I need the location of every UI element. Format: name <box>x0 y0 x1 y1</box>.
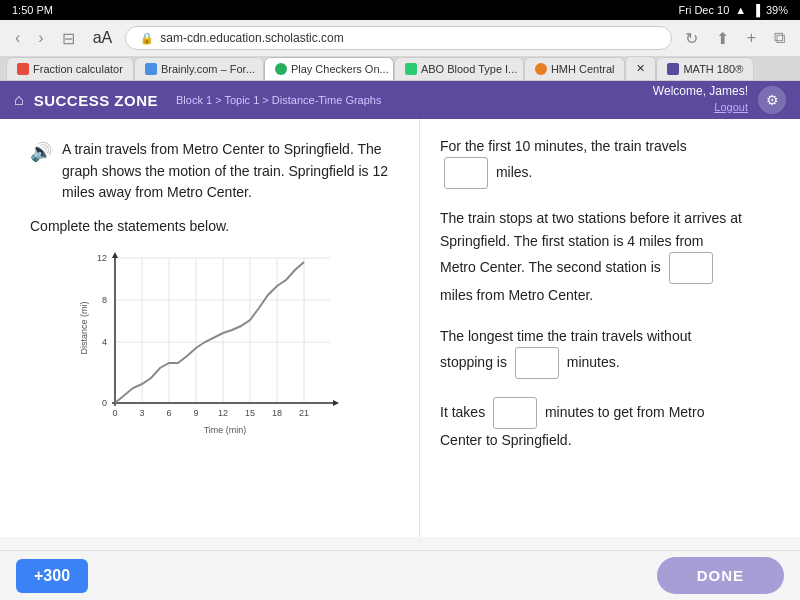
problem-header: 🔊 A train travels from Metro Center to S… <box>30 139 399 204</box>
q3-input-line: stopping is minutes. <box>440 347 780 379</box>
speaker-icon[interactable]: 🔊 <box>30 141 52 163</box>
address-bar[interactable]: 🔒 sam-cdn.education.scholastic.com <box>125 26 671 50</box>
train-path-line <box>115 262 304 403</box>
x-tick-15: 15 <box>244 408 254 418</box>
q1-text-before: For the first 10 minutes, the train trav… <box>440 135 780 157</box>
x-tick-18: 18 <box>271 408 281 418</box>
tab-brainly[interactable]: Brainly.com – For... <box>134 57 264 80</box>
q1-input-line: miles. <box>440 157 780 189</box>
tab-close[interactable]: ✕ <box>625 56 656 80</box>
q3-input[interactable] <box>515 347 559 379</box>
q2-text-after: miles from Metro Center. <box>440 284 780 306</box>
tab-math180[interactable]: MATH 180® <box>656 57 754 80</box>
y-tick-4: 4 <box>101 337 106 347</box>
complete-text: Complete the statements below. <box>30 218 399 234</box>
home-icon[interactable]: ⌂ <box>14 91 24 109</box>
y-tick-0: 0 <box>101 398 106 408</box>
back-button[interactable]: ‹ <box>10 27 25 49</box>
battery-level: 39% <box>766 4 788 16</box>
browser-chrome: ‹ › ⊟ aA 🔒 sam-cdn.education.scholastic.… <box>0 20 800 81</box>
tab-hmh-label: HMH Central <box>551 63 615 75</box>
q3-text-before: The longest time the train travels witho… <box>440 325 780 347</box>
q1-text-after: miles. <box>496 164 533 180</box>
tab-checkers[interactable]: Play Checkers On... <box>264 57 394 80</box>
wifi-icon: ▲ <box>735 4 746 16</box>
done-button[interactable]: DONE <box>657 557 784 594</box>
x-axis-label: Time (min) <box>203 425 246 435</box>
tab-brainly-label: Brainly.com – For... <box>161 63 255 75</box>
question-3: The longest time the train travels witho… <box>440 325 780 379</box>
q4-input[interactable] <box>493 397 537 429</box>
y-axis-label: Distance (mi) <box>79 302 89 355</box>
problem-text: A train travels from Metro Center to Spr… <box>62 139 399 204</box>
question-2: The train stops at two stations before i… <box>440 207 780 306</box>
tab-hmh-icon <box>535 63 547 75</box>
q3-text-after: minutes. <box>567 354 620 370</box>
header-right: Welcome, James! Logout ⚙ <box>653 84 786 115</box>
tab-checkers-icon <box>275 63 287 75</box>
forward-button[interactable]: › <box>33 27 48 49</box>
q2-text: The train stops at two stations before i… <box>440 207 780 252</box>
status-time: 1:50 PM <box>12 4 53 16</box>
y-tick-8: 8 <box>101 295 106 305</box>
tabs-button[interactable]: ⧉ <box>769 27 790 49</box>
url-text: sam-cdn.education.scholastic.com <box>160 31 343 45</box>
y-tick-12: 12 <box>96 253 106 263</box>
app-title: SUCCESS ZONE <box>34 92 158 109</box>
x-tick-9: 9 <box>193 408 198 418</box>
main-content: 🔊 A train travels from Metro Center to S… <box>0 119 800 537</box>
tab-checkers-label: Play Checkers On... <box>291 63 389 75</box>
battery-icon: ▐ <box>752 4 760 16</box>
logout-link[interactable]: Logout <box>714 101 748 113</box>
tabs-bar: Fraction calculator Brainly.com – For...… <box>0 56 800 80</box>
tab-abo-label: ABO Blood Type I... <box>421 63 517 75</box>
graph-container: 0 4 8 12 0 3 6 9 12 15 18 21 Time (min) … <box>75 248 355 452</box>
refresh-button[interactable]: ↻ <box>680 27 703 50</box>
q4-text-after: minutes to get from Metro <box>545 404 705 420</box>
close-icon: ✕ <box>636 62 645 75</box>
tab-fraction-label: Fraction calculator <box>33 63 123 75</box>
question-4: It takes minutes to get from Metro Cente… <box>440 397 780 451</box>
left-panel: 🔊 A train travels from Metro Center to S… <box>0 119 420 537</box>
q4-text-end: Center to Springfield. <box>440 429 780 451</box>
tab-math180-label: MATH 180® <box>683 63 743 75</box>
breadcrumb: Block 1 > Topic 1 > Distance-Time Graphs <box>176 94 381 106</box>
status-bar: 1:50 PM Fri Dec 10 ▲ ▐ 39% <box>0 0 800 20</box>
x-tick-3: 3 <box>139 408 144 418</box>
points-badge[interactable]: +300 <box>16 559 88 593</box>
tab-brainly-icon <box>145 63 157 75</box>
bottom-bar: +300 DONE <box>0 550 800 600</box>
status-date: Fri Dec 10 <box>679 4 730 16</box>
tab-fraction[interactable]: Fraction calculator <box>6 57 134 80</box>
tab-fraction-icon <box>17 63 29 75</box>
q1-input[interactable] <box>444 157 488 189</box>
svg-marker-15 <box>112 252 118 258</box>
x-tick-6: 6 <box>166 408 171 418</box>
x-tick-12: 12 <box>217 408 227 418</box>
welcome-label: Welcome, James! <box>653 84 748 100</box>
distance-time-graph: 0 4 8 12 0 3 6 9 12 15 18 21 Time (min) … <box>75 248 355 448</box>
x-tick-0: 0 <box>112 408 117 418</box>
q2-input[interactable] <box>669 252 713 284</box>
q4-input-line: It takes minutes to get from Metro <box>440 397 780 429</box>
settings-button[interactable]: ⚙ <box>758 86 786 114</box>
add-tab-button[interactable]: + <box>742 27 761 49</box>
x-tick-21: 21 <box>298 408 308 418</box>
nav-bar: ‹ › ⊟ aA 🔒 sam-cdn.education.scholastic.… <box>0 20 800 56</box>
share-button[interactable]: ⬆ <box>711 27 734 50</box>
question-1: For the first 10 minutes, the train trav… <box>440 135 780 189</box>
tab-hmh[interactable]: HMH Central <box>524 57 626 80</box>
tab-abo[interactable]: ABO Blood Type I... <box>394 57 524 80</box>
tab-math180-icon <box>667 63 679 75</box>
reader-button[interactable]: ⊟ <box>57 27 80 50</box>
right-panel: For the first 10 minutes, the train trav… <box>420 119 800 537</box>
app-header: ⌂ SUCCESS ZONE Block 1 > Topic 1 > Dista… <box>0 81 800 119</box>
svg-marker-14 <box>333 400 339 406</box>
tab-abo-icon <box>405 63 417 75</box>
welcome-text: Welcome, James! Logout <box>653 84 748 115</box>
lock-icon: 🔒 <box>140 32 154 45</box>
text-size-button[interactable]: aA <box>88 27 118 49</box>
q2-input-line: Metro Center. The second station is <box>440 252 780 284</box>
